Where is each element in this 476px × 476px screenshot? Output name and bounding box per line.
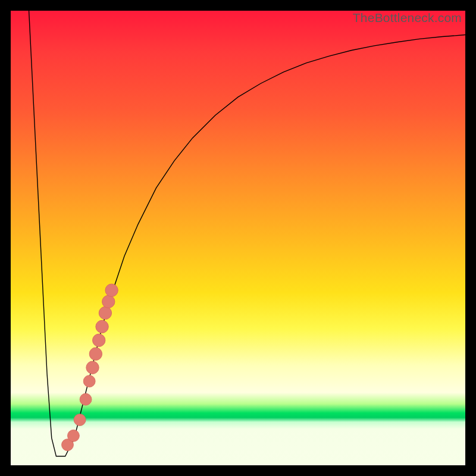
curve-marker: [93, 334, 105, 346]
plot-area: TheBottleneck.com: [11, 11, 465, 465]
curve-marker: [80, 393, 92, 405]
curve-marker: [96, 320, 108, 333]
curve-marker: [68, 430, 80, 441]
curve-layer: [11, 11, 465, 465]
bottleneck-curve: [29, 11, 465, 456]
curve-marker: [99, 306, 111, 319]
curve-markers: [62, 284, 118, 450]
curve-marker: [83, 375, 95, 387]
curve-marker: [89, 347, 102, 360]
curve-marker: [74, 414, 86, 426]
curve-marker: [102, 295, 115, 308]
curve-marker: [105, 284, 118, 296]
chart-frame: TheBottleneck.com: [0, 0, 476, 476]
curve-marker: [86, 361, 99, 374]
